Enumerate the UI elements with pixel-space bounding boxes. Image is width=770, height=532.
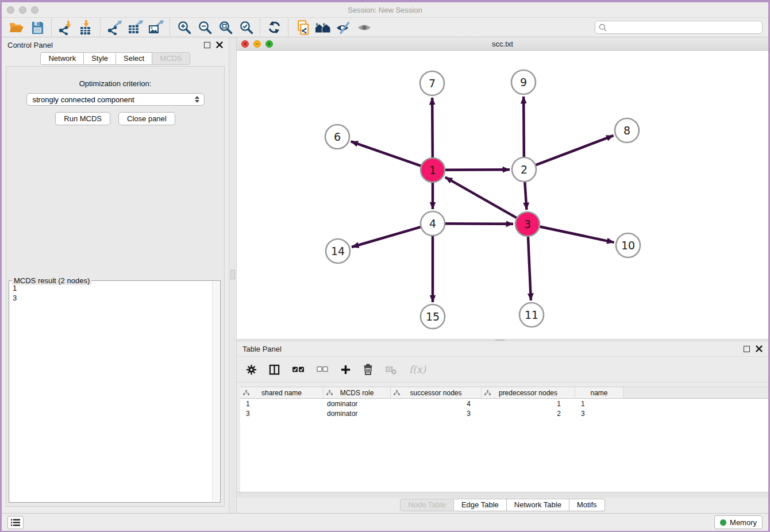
export-table-button[interactable] <box>125 19 145 36</box>
result-scrollbar[interactable] <box>212 282 220 502</box>
run-mcds-button[interactable]: Run MCDS <box>55 112 110 125</box>
column-header-shared-name[interactable]: shared name <box>240 387 324 399</box>
column-header-name[interactable]: name <box>575 387 623 399</box>
table-cell[interactable]: dominator <box>324 400 391 408</box>
zoom-fit-button[interactable] <box>215 19 236 36</box>
control-panel-title: Control Panel <box>7 41 53 49</box>
table-cell[interactable]: 1 <box>482 400 575 408</box>
export-network-button[interactable] <box>104 19 125 36</box>
mcds-result-text[interactable]: 1 3 <box>10 282 211 502</box>
add-column-button[interactable] <box>340 364 351 375</box>
close-panel-button[interactable]: Close panel <box>118 112 175 125</box>
tab-select[interactable]: Select <box>116 52 152 65</box>
graph-edge-1-2[interactable] <box>445 169 510 170</box>
main-titlebar[interactable]: Session: New Session <box>2 2 768 18</box>
zoom-in-icon <box>177 20 191 34</box>
float-panel-icon[interactable] <box>744 346 750 352</box>
graph-edge-2-9[interactable] <box>523 97 524 157</box>
vertical-splitter[interactable] <box>229 37 237 513</box>
column-header-predecessor-nodes[interactable]: predecessor nodes <box>482 387 575 399</box>
horizontal-splitter[interactable] <box>237 339 768 341</box>
main-toolbar <box>2 18 768 37</box>
delete-table-button[interactable] <box>385 365 397 375</box>
mcds-panel: Optimization criterion: strongly connect… <box>6 66 225 507</box>
zoom-out-button[interactable] <box>194 19 215 36</box>
table-cell[interactable]: 3 <box>575 410 623 418</box>
table-hscrollbar[interactable] <box>237 492 768 498</box>
column-header-mcds-role[interactable]: MCDS role <box>324 387 391 399</box>
criterion-select[interactable]: strongly connected component <box>26 93 205 106</box>
network-window-titlebar[interactable]: × − + scc.txt <box>237 37 768 51</box>
apply-layout-button[interactable] <box>264 19 284 36</box>
graph-edge-1-6[interactable] <box>351 141 421 165</box>
table-cell[interactable]: 1 <box>575 400 623 408</box>
search-field[interactable] <box>595 21 763 34</box>
network-canvas[interactable]: 7968124314101511 <box>237 51 768 339</box>
open-session-button[interactable] <box>6 19 27 36</box>
graph-node-label: 4 <box>429 217 436 230</box>
export-image-button[interactable] <box>145 19 166 36</box>
table-cell[interactable]: 3 <box>240 410 324 418</box>
table-cell[interactable]: 2 <box>482 410 575 418</box>
hierarchy-icon <box>326 390 333 396</box>
hide-selected-button[interactable] <box>333 19 354 36</box>
export-image-icon <box>148 20 164 35</box>
graph-edge-3-10[interactable] <box>540 227 614 242</box>
unselect-all-button[interactable] <box>317 366 328 373</box>
memory-status-icon <box>720 519 726 526</box>
close-panel-icon[interactable] <box>756 345 763 352</box>
save-session-button[interactable] <box>27 19 48 36</box>
tab-node-table[interactable]: Node Table <box>400 499 454 511</box>
graph-edge-3-11[interactable] <box>528 237 531 300</box>
first-neighbors-button[interactable] <box>313 19 333 36</box>
select-all-button[interactable] <box>292 365 305 373</box>
table-row[interactable]: 3dominator323 <box>240 408 768 418</box>
task-history-button[interactable] <box>7 516 24 529</box>
table-cell[interactable]: dominator <box>324 410 391 418</box>
search-input[interactable] <box>609 22 762 33</box>
toolbar-separator <box>51 19 52 36</box>
toolbar-separator <box>288 19 288 36</box>
graph-edge-2-3[interactable] <box>525 182 526 210</box>
criterion-value: strongly connected component <box>33 95 195 104</box>
table-cell[interactable]: 3 <box>391 410 482 418</box>
float-panel-icon[interactable] <box>204 42 210 48</box>
graph-edge-3-1[interactable] <box>445 177 517 218</box>
table-cell[interactable]: 4 <box>391 400 482 408</box>
plus-icon <box>340 364 351 375</box>
table-options-button[interactable] <box>246 364 257 375</box>
zoom-selected-button[interactable] <box>236 19 256 36</box>
splitter-grip[interactable] <box>230 270 235 279</box>
tab-network[interactable]: Network <box>40 52 84 65</box>
tab-edge-table[interactable]: Edge Table <box>454 499 507 511</box>
show-column-button[interactable] <box>269 364 280 375</box>
graph-node-label: 10 <box>621 239 635 252</box>
right-column: × − + scc.txt 7968124314101511 Table Pan… <box>237 37 768 513</box>
new-network-from-selection-button[interactable] <box>292 19 313 36</box>
import-table-button[interactable] <box>76 19 97 36</box>
zoom-in-button[interactable] <box>174 19 194 36</box>
import-network-button[interactable] <box>55 19 76 36</box>
table-row[interactable]: 1dominator411 <box>240 399 768 408</box>
network-graph[interactable]: 7968124314101511 <box>237 51 768 339</box>
graph-edge-1-7[interactable] <box>432 98 433 157</box>
search-icon <box>599 24 607 32</box>
tab-mcds[interactable]: MCDS <box>152 52 190 65</box>
table-cell[interactable]: 1 <box>240 400 324 408</box>
splitter-grip[interactable] <box>495 340 505 341</box>
graph-edge-2-8[interactable] <box>536 136 614 165</box>
column-header-successor-nodes[interactable]: successor nodes <box>391 387 482 399</box>
list-icon <box>11 519 20 526</box>
graph-edge-4-3[interactable] <box>445 223 513 224</box>
tab-network-table[interactable]: Network Table <box>507 499 569 511</box>
show-all-button[interactable] <box>354 19 375 36</box>
network-window: × − + scc.txt 7968124314101511 <box>237 37 768 339</box>
tab-motifs[interactable]: Motifs <box>569 499 605 511</box>
graph-edge-4-14[interactable] <box>352 227 421 247</box>
memory-button[interactable]: Memory <box>714 515 763 529</box>
delete-column-button[interactable] <box>363 364 373 375</box>
function-builder-button[interactable]: f(x) <box>409 364 426 375</box>
close-panel-icon[interactable] <box>216 41 223 48</box>
tab-style[interactable]: Style <box>84 52 116 65</box>
table-header-filler <box>623 387 768 399</box>
